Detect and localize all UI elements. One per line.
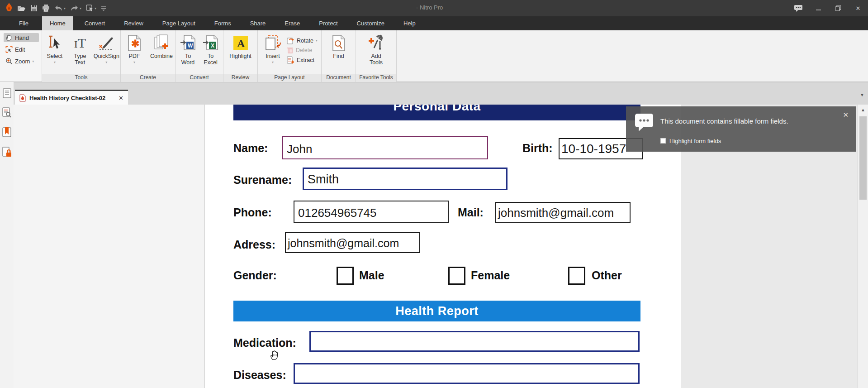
extract-button[interactable]: Extract — [287, 56, 318, 64]
zoom-tool-label: Zoom — [15, 58, 30, 65]
select-button[interactable]: Select ▾ — [42, 32, 67, 66]
highlight-label: Highlight — [229, 53, 251, 59]
zoom-tool-button[interactable]: Zoom ▾ — [4, 57, 39, 66]
redo-dropdown-arrow[interactable]: ▾ — [80, 6, 81, 10]
edit-tool-label: Edit — [15, 46, 25, 53]
customize-quick-access-button[interactable] — [101, 5, 106, 11]
document-preview-panel-icon[interactable] — [2, 107, 11, 120]
surname-field[interactable]: Smith — [303, 168, 508, 190]
redo-button[interactable]: ▾ — [70, 5, 81, 11]
select-tool-button[interactable]: ▾ — [86, 5, 96, 12]
tab-help[interactable]: Help — [396, 16, 423, 30]
security-panel-icon[interactable] — [2, 147, 12, 159]
select-tool-dropdown-arrow[interactable]: ▾ — [95, 6, 96, 10]
medication-field[interactable] — [309, 331, 640, 352]
open-file-button[interactable] — [17, 5, 26, 12]
undo-button[interactable]: ▾ — [54, 5, 66, 11]
find-button[interactable]: Find — [326, 32, 351, 59]
birth-label: Birth: — [522, 142, 553, 155]
group-label-page-layout: Page Layout — [258, 74, 321, 82]
window-controls: ✕ — [788, 0, 868, 16]
to-word-button[interactable]: W To Word — [177, 32, 199, 66]
delete-icon — [287, 47, 294, 54]
create-pdf-button[interactable]: ✱ PDF ▾ — [121, 32, 148, 66]
extract-label: Extract — [297, 57, 314, 63]
phone-field[interactable]: 012654965745 — [294, 201, 449, 223]
rotate-button[interactable]: Rotate ▾ — [287, 37, 318, 44]
highlight-form-fields-checkbox[interactable] — [660, 138, 666, 144]
tab-convert[interactable]: Convert — [77, 16, 113, 30]
scroll-up-icon[interactable]: ▲ — [858, 107, 868, 112]
nitro-logo-icon — [5, 3, 13, 14]
undo-dropdown-arrow[interactable]: ▾ — [64, 6, 66, 10]
type-text-label-1: Type — [74, 53, 86, 59]
document-tab[interactable]: Health History Checklist-02 ✕ — [15, 90, 128, 105]
section-header-health-report: Health Report — [233, 301, 640, 321]
to-excel-button[interactable]: X To Excel — [199, 32, 222, 66]
restore-button[interactable] — [828, 0, 848, 16]
gender-other-checkbox[interactable] — [568, 267, 585, 285]
minimize-button[interactable] — [808, 0, 828, 16]
ribbon: Hand Edit Zoom ▾ Select ▾ ɪT Type Text — [0, 30, 868, 82]
page-thumbnails-panel-icon[interactable] — [3, 88, 11, 100]
gender-male-checkbox[interactable] — [337, 267, 354, 285]
to-word-label-1: To — [185, 53, 191, 59]
feedback-icon[interactable] — [788, 0, 808, 16]
add-tools-label-2: Tools — [370, 59, 383, 66]
print-button[interactable] — [42, 5, 50, 12]
tab-list-dropdown-icon[interactable]: ▼ — [860, 92, 864, 97]
highlight-button[interactable]: A Highlight — [226, 32, 255, 59]
add-tools-button[interactable]: Add Tools — [363, 32, 390, 66]
pdf-file-icon: ✱ — [128, 33, 141, 53]
navigation-panel-strip — [0, 82, 14, 388]
hand-tool-label: Hand — [15, 34, 29, 41]
tab-share[interactable]: Share — [242, 16, 274, 30]
tab-review[interactable]: Review — [116, 16, 151, 30]
document-tab-bar: Health History Checklist-02 ✕ ▼ — [14, 82, 868, 105]
vertical-scrollbar[interactable]: ▲ — [858, 105, 868, 388]
to-word-icon: W — [180, 33, 196, 53]
mail-field[interactable]: johnsmith@gmail.com — [495, 202, 631, 223]
combine-button[interactable]: Combine — [148, 32, 175, 59]
combine-label: Combine — [150, 53, 173, 59]
find-label: Find — [333, 53, 344, 59]
tab-forms[interactable]: Forms — [207, 16, 239, 30]
medication-label: Medication: — [233, 336, 296, 350]
tab-protect[interactable]: Protect — [311, 16, 345, 30]
tab-home[interactable]: Home — [42, 16, 73, 30]
tab-customize[interactable]: Customize — [349, 16, 392, 30]
quicksign-button[interactable]: QuickSign ▾ — [93, 32, 120, 66]
gender-female-checkbox[interactable] — [448, 267, 465, 285]
document-tab-close-icon[interactable]: ✕ — [119, 95, 123, 101]
tab-erase[interactable]: Erase — [277, 16, 308, 30]
combine-files-icon — [153, 33, 170, 53]
add-tools-label-1: Add — [371, 53, 381, 59]
address-field[interactable]: johnsmith@gmail.com — [285, 232, 420, 253]
hand-tool-button[interactable]: Hand — [4, 33, 39, 42]
group-label-review: Review — [223, 74, 257, 82]
bookmarks-panel-icon[interactable] — [2, 127, 11, 139]
diseases-field[interactable] — [294, 363, 640, 384]
type-text-button[interactable]: ɪT Type Text — [67, 32, 93, 66]
group-label-convert: Convert — [175, 74, 223, 82]
save-button[interactable] — [30, 5, 38, 12]
tab-file[interactable]: File — [9, 16, 38, 30]
notification-close-icon[interactable]: ✕ — [843, 111, 849, 119]
insert-dropdown-arrow: ▾ — [272, 59, 274, 66]
pdf-page: Personal Data Name: John Birth: 10-10-19… — [205, 105, 681, 388]
close-button[interactable]: ✕ — [848, 0, 868, 16]
navigation-panel — [14, 105, 204, 388]
type-text-label-2: Text — [75, 59, 85, 66]
to-excel-label-1: To — [208, 53, 213, 59]
svg-text:X: X — [211, 43, 214, 49]
name-field[interactable]: John — [282, 136, 488, 159]
quicksign-pen-icon — [98, 33, 115, 53]
insert-button[interactable]: Insert ▾ — [261, 32, 285, 66]
edit-tool-button[interactable]: Edit — [4, 45, 39, 54]
tab-page-layout[interactable]: Page Layout — [155, 16, 203, 30]
to-excel-label-2: Excel — [204, 59, 218, 66]
delete-button: Delete — [287, 47, 318, 54]
title-bar: ▾ ▾ ▾ - Nitro Pro ✕ — [0, 0, 868, 16]
pdf-dropdown-arrow: ▾ — [133, 59, 135, 66]
scrollbar-thumb[interactable] — [859, 116, 867, 200]
